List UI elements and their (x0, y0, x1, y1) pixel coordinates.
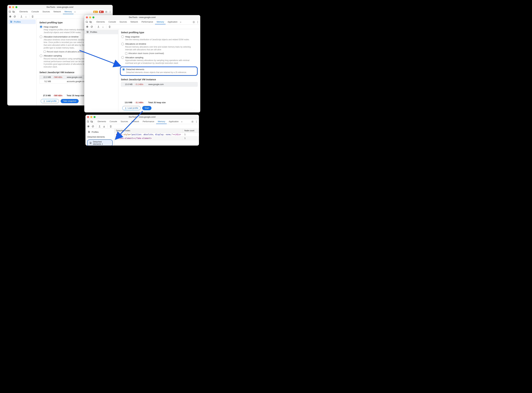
option-sampling[interactable]: Allocation sampling Approximate memory a… (121, 56, 198, 64)
device-icon[interactable] (12, 10, 15, 13)
tab-network[interactable]: Network (129, 20, 140, 24)
radio-heap[interactable] (40, 25, 42, 28)
radio-timeline[interactable] (40, 35, 42, 38)
zoom-icon[interactable] (92, 16, 94, 18)
svg-point-41 (196, 122, 197, 123)
errors-badge[interactable]: 1 (99, 11, 104, 13)
kebab-icon[interactable] (196, 21, 199, 23)
sidebar-item-profiles[interactable]: Profiles (84, 30, 118, 34)
close-icon[interactable] (9, 6, 11, 8)
svg-point-39 (196, 121, 197, 121)
total-row: 13.0 MB 3.1 kB/s Total JS heap size (121, 100, 198, 105)
tab-application[interactable]: Application (166, 20, 179, 24)
svg-point-13 (10, 21, 11, 21)
inspect-icon[interactable] (87, 120, 89, 123)
gear-icon[interactable] (193, 21, 195, 23)
zoom-icon[interactable] (15, 6, 17, 8)
option-detached-highlight: Detached elements Detached elements show… (120, 67, 198, 76)
tab-elements[interactable]: Elements (95, 20, 106, 24)
inspect-icon[interactable] (9, 10, 11, 13)
option-detached[interactable]: Detached elements Detached elements show… (122, 68, 196, 74)
kebab-icon[interactable] (109, 10, 111, 13)
download-icon[interactable] (25, 15, 27, 18)
option-timeline[interactable]: Allocations on timeline Record memory al… (121, 43, 198, 55)
warnings-badge[interactable]: 1 (93, 11, 98, 13)
sidebar: Profiles (7, 19, 36, 105)
gear-icon[interactable] (191, 120, 194, 123)
sliders-icon (88, 131, 90, 133)
clear-icon[interactable] (14, 15, 16, 18)
clear-icon[interactable] (92, 125, 94, 128)
checkbox-stacktraces[interactable] (125, 52, 127, 54)
clear-icon[interactable] (91, 25, 93, 28)
upload-icon (125, 107, 127, 109)
vm-row[interactable]: 13.0 MB 3.1 kB/s www.google.com (121, 82, 198, 87)
kebab-icon[interactable] (195, 120, 198, 123)
tab-elements[interactable]: Elements (96, 119, 108, 124)
close-icon[interactable] (87, 116, 89, 118)
profiling-heading: Select profiling type (121, 31, 198, 34)
svg-point-7 (110, 12, 111, 13)
sidebar-item-profiles[interactable]: Profiles (8, 20, 36, 24)
download-icon[interactable] (103, 125, 105, 128)
tab-memory[interactable]: Memory (155, 20, 165, 24)
download-icon[interactable] (102, 25, 104, 28)
upload-icon[interactable] (98, 125, 101, 128)
minimize-icon[interactable] (90, 116, 92, 118)
option-heap[interactable]: Heap snapshot See the memory distributio… (121, 35, 198, 41)
sliders-icon (10, 20, 13, 23)
tab-application[interactable]: Application (167, 119, 180, 124)
svg-point-22 (198, 21, 198, 21)
take-snapshot-button[interactable]: Take snapshot (61, 99, 79, 103)
svg-point-40 (196, 121, 197, 122)
radio-heap[interactable] (121, 35, 124, 38)
more-tabs-icon[interactable]: » (179, 20, 182, 24)
radio-timeline[interactable] (121, 43, 124, 45)
device-icon[interactable] (89, 21, 92, 23)
record-icon[interactable] (86, 25, 88, 28)
sidebar-run-detached[interactable]: Detached elements 1 (87, 139, 113, 146)
zoom-icon[interactable] (94, 116, 96, 118)
window-title: DevTools - www.google.com/ (129, 16, 156, 19)
node-count: 1 (183, 137, 199, 140)
gc-icon[interactable] (108, 25, 111, 28)
col-node-count[interactable]: Node count (183, 129, 199, 133)
minimize-icon[interactable] (12, 6, 14, 8)
tab-sources[interactable]: Sources (118, 20, 129, 24)
gc-icon[interactable] (109, 125, 112, 128)
upload-icon[interactable] (20, 15, 23, 18)
record-icon[interactable] (9, 15, 11, 18)
load-profile-button[interactable]: Load profile (122, 106, 140, 110)
tab-console[interactable]: Console (107, 20, 118, 24)
memory-toolbar (84, 25, 200, 29)
tab-network[interactable]: Network (52, 10, 63, 14)
tab-performance[interactable]: Performance (140, 20, 155, 24)
svg-line-52 (79, 50, 120, 66)
sidebar-category: Detached elements (85, 134, 114, 139)
record-icon[interactable] (87, 125, 90, 128)
tab-elements[interactable]: Elements (18, 10, 29, 14)
node-count: 1 (183, 133, 199, 136)
upload-icon[interactable] (97, 25, 100, 28)
tab-memory[interactable]: Memory (156, 119, 167, 124)
sidebar-item-profiles[interactable]: Profiles (85, 129, 114, 134)
gear-icon[interactable] (105, 10, 107, 13)
device-icon[interactable] (90, 120, 93, 123)
radio-sampling[interactable] (40, 54, 42, 57)
tab-sources[interactable]: Sources (41, 10, 52, 14)
tab-memory[interactable]: Memory (63, 10, 73, 14)
tab-console[interactable]: Console (30, 10, 41, 14)
sliders-icon (86, 31, 89, 33)
more-tabs-icon[interactable]: » (181, 119, 183, 124)
more-tabs-icon[interactable]: » (74, 10, 76, 14)
checkbox-stacktraces[interactable] (44, 51, 46, 53)
svg-point-26 (87, 26, 88, 27)
gc-icon[interactable] (31, 15, 34, 18)
inspect-icon[interactable] (86, 21, 88, 23)
load-profile-button[interactable]: Load profile (41, 99, 59, 103)
minimize-icon[interactable] (89, 16, 91, 18)
close-icon[interactable] (86, 16, 88, 18)
sidebar: Profiles (84, 29, 118, 113)
annotation-arrow (113, 110, 146, 142)
start-button[interactable]: Start (142, 106, 151, 110)
